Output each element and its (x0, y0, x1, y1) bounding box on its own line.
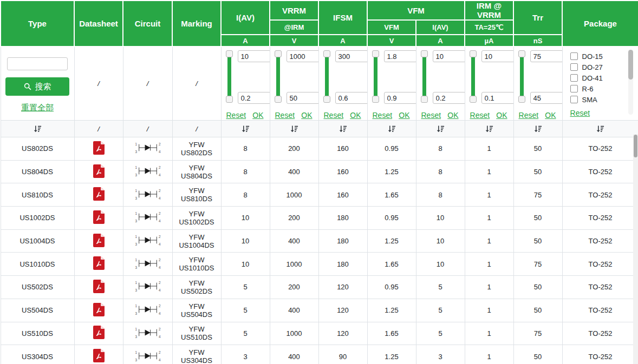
min-value-input[interactable] (530, 92, 563, 104)
pdf-download-link[interactable] (93, 141, 105, 155)
reset-link[interactable]: Reset (421, 111, 441, 120)
sort-iav[interactable] (221, 121, 270, 137)
slider-handle-min[interactable] (518, 96, 525, 103)
slider-track[interactable] (374, 53, 377, 100)
ok-link[interactable]: OK (496, 111, 507, 120)
sort-icon[interactable] (485, 125, 493, 133)
unit-vrrm: V (270, 35, 318, 47)
slider-handle-min[interactable] (275, 96, 282, 103)
max-value-input[interactable] (481, 50, 514, 62)
slider-handle-min[interactable] (372, 96, 379, 103)
slider-track[interactable] (276, 53, 280, 100)
sort-irm[interactable] (465, 121, 513, 137)
sort-package[interactable] (562, 121, 638, 137)
package-reset-link[interactable]: Reset (570, 109, 590, 117)
ok-link[interactable]: OK (301, 111, 312, 120)
slider-handle-min[interactable] (470, 96, 477, 103)
sort-icon[interactable] (290, 125, 298, 133)
slider-track[interactable] (227, 53, 231, 100)
search-input[interactable] (7, 57, 68, 70)
slider-handle-max[interactable] (372, 50, 379, 57)
slider-handle-max[interactable] (323, 50, 330, 57)
checkbox-unchecked[interactable] (570, 63, 578, 71)
min-value-input[interactable] (433, 92, 465, 104)
pdf-download-link[interactable] (93, 210, 105, 224)
sort-trr[interactable] (513, 121, 562, 137)
pdf-download-link[interactable] (93, 349, 105, 362)
reset-link[interactable]: Reset (519, 111, 539, 120)
vertical-range-slider[interactable] (518, 50, 525, 103)
vertical-range-slider[interactable] (323, 50, 330, 103)
max-value-input[interactable] (433, 50, 465, 62)
vertical-range-slider[interactable] (226, 50, 233, 103)
sort-vfm[interactable] (367, 121, 416, 137)
reset-link[interactable]: Reset (226, 111, 246, 120)
search-button[interactable]: 搜索 (5, 77, 69, 96)
sort-icon[interactable] (339, 125, 347, 133)
cell-iav: 5 (221, 276, 270, 299)
vertical-range-slider[interactable] (470, 50, 477, 103)
min-value-input[interactable] (384, 92, 416, 104)
slider-track[interactable] (471, 53, 475, 100)
vertical-range-slider[interactable] (421, 50, 428, 103)
ok-link[interactable]: OK (399, 111, 409, 120)
ok-link[interactable]: OK (545, 111, 556, 120)
sort-icon[interactable] (242, 125, 250, 133)
package-scrollbar-thumb[interactable] (628, 50, 633, 80)
table-scrollbar-thumb[interactable] (634, 135, 637, 157)
ok-link[interactable]: OK (252, 111, 263, 120)
sort-type[interactable] (1, 121, 74, 137)
sort-icon[interactable] (534, 125, 542, 133)
max-value-input[interactable] (335, 50, 368, 62)
pdf-download-link[interactable] (93, 187, 105, 201)
slider-handle-min[interactable] (323, 96, 330, 103)
checkbox-unchecked[interactable] (570, 74, 578, 82)
max-value-input[interactable] (287, 50, 319, 62)
pdf-download-link[interactable] (93, 280, 105, 293)
pdf-download-link[interactable] (93, 326, 105, 339)
reset-link[interactable]: Reset (470, 111, 490, 120)
ok-link[interactable]: OK (447, 111, 458, 120)
sort-icon[interactable] (437, 125, 445, 133)
max-value-input[interactable] (238, 50, 270, 62)
checkbox-unchecked[interactable] (570, 96, 578, 103)
reset-link[interactable]: Reset (324, 111, 344, 120)
pdf-download-link[interactable] (93, 303, 105, 316)
vertical-range-slider[interactable] (372, 50, 379, 103)
slider-handle-max[interactable] (226, 50, 233, 57)
slider-handle-max[interactable] (470, 50, 477, 57)
vertical-range-slider[interactable] (275, 50, 282, 103)
min-value-input[interactable] (481, 92, 514, 104)
reset-link[interactable]: Reset (373, 111, 393, 120)
checkbox-unchecked[interactable] (570, 85, 578, 92)
ok-link[interactable]: OK (350, 111, 361, 120)
package-scrollbar[interactable] (628, 50, 633, 115)
slider-track[interactable] (520, 53, 524, 100)
slider-handle-max[interactable] (518, 50, 525, 57)
slider-handle-max[interactable] (421, 50, 428, 57)
pdf-download-link[interactable] (93, 256, 105, 270)
checkbox-unchecked[interactable] (570, 52, 578, 60)
pdf-download-link[interactable] (93, 234, 105, 247)
reset-link[interactable]: Reset (275, 111, 295, 120)
slider-track[interactable] (325, 53, 329, 100)
sort-icon[interactable] (388, 125, 396, 133)
max-value-input[interactable] (384, 50, 416, 62)
pdf-download-link[interactable] (93, 164, 105, 178)
table-scrollbar[interactable] (633, 134, 638, 364)
min-value-input[interactable] (238, 92, 270, 104)
sort-vrrm[interactable] (270, 121, 318, 137)
min-value-input[interactable] (335, 92, 368, 104)
min-value-input[interactable] (287, 92, 319, 104)
slider-handle-max[interactable] (275, 50, 282, 57)
sort-icon[interactable] (34, 125, 42, 133)
sort-ifsm[interactable] (318, 121, 367, 137)
slider-handle-min[interactable] (421, 96, 428, 103)
max-value-input[interactable] (530, 50, 563, 62)
slider-handle-min[interactable] (226, 96, 233, 103)
reset-all-link[interactable]: 重置全部 (21, 103, 54, 113)
sort-vfm-iav[interactable] (416, 121, 465, 137)
sort-icon[interactable] (596, 125, 604, 133)
slider-track[interactable] (422, 53, 426, 100)
pdf-icon (93, 164, 105, 178)
